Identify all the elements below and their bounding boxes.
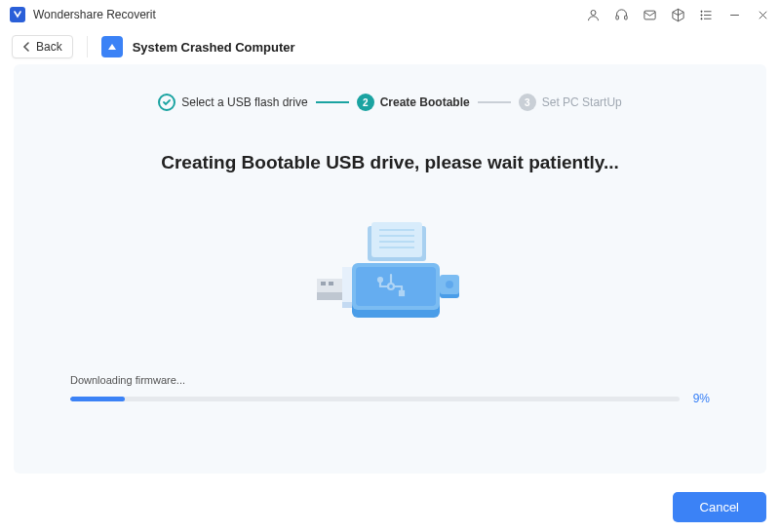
headset-icon[interactable] [614, 8, 629, 22]
svg-rect-3 [644, 11, 655, 19]
titlebar-right [586, 8, 770, 22]
step-3-label: Set PC StartUp [542, 95, 622, 109]
minimize-icon[interactable] [727, 8, 742, 22]
step-1-label: Select a USB flash drive [181, 95, 307, 109]
usb-illustration [70, 220, 710, 327]
list-icon[interactable] [699, 8, 714, 22]
stepper: Select a USB flash drive 2 Create Bootab… [70, 94, 710, 111]
mail-icon[interactable] [643, 8, 657, 22]
chevron-left-icon [22, 42, 30, 52]
content-panel: Select a USB flash drive 2 Create Bootab… [14, 64, 766, 474]
progress-bar [70, 397, 680, 401]
svg-rect-14 [371, 222, 422, 257]
titlebar: Wondershare Recoverit [0, 0, 780, 29]
svg-point-7 [701, 11, 702, 12]
progress-fill [70, 397, 125, 401]
svg-point-35 [378, 278, 382, 282]
footer: Cancel [673, 492, 766, 522]
progress-row: 9% [70, 392, 710, 405]
app-logo-icon [10, 7, 25, 22]
page-title: System Crashed Computer [133, 40, 295, 55]
package-icon[interactable] [671, 8, 685, 22]
back-button[interactable]: Back [12, 35, 73, 58]
heading: Creating Bootable USB drive, please wait… [70, 152, 710, 173]
titlebar-left: Wondershare Recoverit [10, 7, 156, 22]
page-icon [101, 36, 123, 57]
svg-point-30 [446, 281, 453, 288]
progress-section: Downloading firmware... 9% [70, 374, 710, 405]
svg-rect-2 [625, 16, 628, 19]
app-title: Wondershare Recoverit [33, 8, 156, 21]
svg-point-8 [701, 14, 702, 15]
step-line-2 [478, 101, 511, 103]
user-icon[interactable] [586, 8, 601, 22]
step-2-number: 2 [357, 94, 374, 111]
svg-rect-1 [616, 16, 619, 19]
step-2-label: Create Bootable [380, 95, 470, 109]
svg-rect-24 [342, 267, 352, 302]
svg-rect-22 [329, 282, 333, 285]
svg-rect-21 [321, 282, 326, 285]
step-3-number: 3 [519, 94, 536, 111]
step-1: Select a USB flash drive [158, 94, 307, 111]
close-icon[interactable] [756, 8, 770, 22]
step-3: 3 Set PC StartUp [519, 94, 622, 111]
svg-point-9 [701, 18, 702, 19]
check-icon [158, 94, 176, 111]
cancel-button[interactable]: Cancel [673, 492, 766, 522]
back-label: Back [36, 40, 62, 54]
svg-point-0 [591, 10, 596, 15]
progress-percent: 9% [693, 392, 710, 405]
status-text: Downloading firmware... [70, 374, 710, 386]
step-2: 2 Create Bootable [357, 94, 470, 111]
svg-rect-38 [400, 291, 404, 295]
divider [87, 36, 88, 57]
step-line-1 [316, 101, 349, 103]
navbar: Back System Crashed Computer [0, 29, 780, 64]
